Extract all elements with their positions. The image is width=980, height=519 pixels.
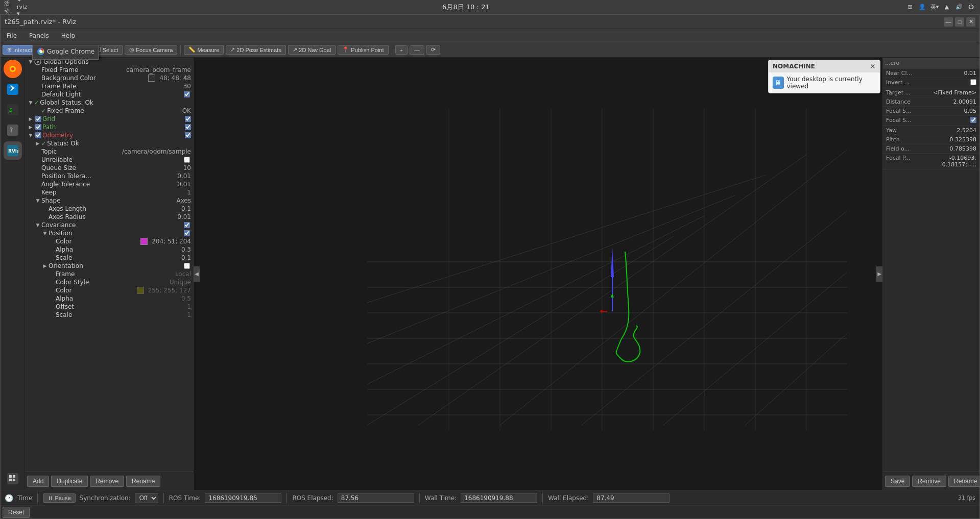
save-button[interactable]: Save [885, 476, 910, 487]
grid-check[interactable] [35, 116, 41, 122]
path-visible-check[interactable] [185, 124, 191, 130]
fps-display: 31 fps [958, 495, 975, 501]
main-content: $_ ? RViz ▼ Global [1, 58, 979, 490]
frame-rate-row[interactable]: ▶ Frame Rate 30 [25, 82, 193, 90]
grid-visible-check[interactable] [185, 116, 191, 122]
odo-axes-radius-label: Axes Radius [49, 213, 175, 220]
odo-queue-row[interactable]: ▶ Queue Size 10 [25, 164, 193, 172]
pose-estimate-tool[interactable]: ↗ 2D Pose Estimate [226, 45, 286, 55]
rp-pitch-val: 0.325398 [931, 136, 977, 143]
grid-row[interactable]: ▶ Grid [25, 115, 193, 123]
app-icon-vscode[interactable] [4, 80, 22, 98]
odo-pos-check[interactable] [184, 230, 190, 236]
odo-status-expand[interactable]: ▶ [34, 140, 41, 147]
odo-axes-radius-row[interactable]: ▶ Axes Radius 0.01 [25, 213, 193, 221]
toolbar-reset[interactable]: ⟳ [426, 45, 440, 55]
app-icon-rviz[interactable]: RViz [4, 141, 22, 160]
odo-pos-tol-row[interactable]: ▶ Position Tolera... 0.01 [25, 172, 193, 180]
app-icon-firefox[interactable] [4, 60, 22, 78]
path-check[interactable] [35, 124, 41, 130]
rviz-app-label[interactable]: ✦ rviz ▾ [17, 3, 27, 12]
fixed-frame-row[interactable]: ▶ Fixed Frame camera_odom_frame [25, 66, 193, 74]
reset-button[interactable]: Reset [3, 507, 30, 518]
odo-orient-row[interactable]: ▶ Orientation [25, 262, 193, 270]
duplicate-button[interactable]: Duplicate [51, 476, 88, 487]
viewport[interactable]: ◀ ▶ [194, 58, 882, 490]
sync-select[interactable]: Off [135, 493, 158, 503]
odo-axes-length-row[interactable]: ▶ Axes Length 0.1 [25, 205, 193, 213]
menu-help[interactable]: Help [57, 31, 79, 40]
rp-focal-s2-val [931, 117, 977, 125]
interact-tool[interactable]: ⊕ Interact [3, 45, 37, 55]
odo-orient-expand[interactable]: ▶ [41, 262, 49, 269]
measure-tool[interactable]: 📏 Measure [184, 45, 224, 55]
rp-rename-button[interactable]: Rename [948, 476, 979, 487]
odo-pos-scale-row[interactable]: ▶ Scale 0.1 [25, 254, 193, 262]
gs-fixed-frame-row[interactable]: ▶ ✓ Fixed Frame OK [25, 107, 193, 115]
sys-icon-network[interactable]: ▲ [942, 3, 951, 12]
odo-unreliable-check[interactable] [184, 157, 190, 163]
global-status-expand[interactable]: ▼ [27, 99, 34, 106]
odo-pos-scale-value: 0.1 [181, 254, 191, 261]
remove-button[interactable]: Remove [90, 476, 124, 487]
odo-pos-alpha-row[interactable]: ▶ Alpha 0.3 [25, 245, 193, 254]
path-label: Path [42, 123, 185, 131]
odo-shape-expand[interactable]: ▼ [34, 197, 41, 204]
sys-icon-grid[interactable]: ⊞ [905, 3, 915, 12]
menu-panels[interactable]: Panels [25, 31, 53, 40]
close-button[interactable]: ✕ [966, 17, 975, 27]
odo-orient-check[interactable] [184, 263, 190, 269]
focus-camera-tool[interactable]: ◎ Focus Camera [125, 45, 177, 55]
svg-line-25 [582, 211, 847, 425]
odo-keep-row[interactable]: ▶ Keep 1 [25, 188, 193, 196]
rp-invert-check[interactable] [970, 79, 976, 85]
sys-icon-volume[interactable]: 🔊 [954, 3, 964, 12]
odo-cov-check[interactable] [184, 222, 190, 228]
odometry-row[interactable]: ▼ Odometry [25, 131, 193, 139]
minimize-button[interactable]: — [944, 17, 953, 27]
odo-pos-color-row[interactable]: ▶ Color 204; 51; 204 [25, 237, 193, 245]
add-button[interactable]: Add [27, 476, 49, 487]
sys-icon-user[interactable]: 👤 [918, 3, 927, 12]
odo-unreliable-row[interactable]: ▶ Unreliable [25, 156, 193, 164]
odo-cov-row[interactable]: ▼ Covariance [25, 221, 193, 229]
odo-pos-scale-label: Scale [56, 254, 179, 261]
app-icon-terminal[interactable]: $_ [4, 101, 22, 119]
menu-file[interactable]: File [3, 31, 21, 40]
toolbar-minus[interactable]: — [410, 45, 424, 55]
global-status-row[interactable]: ▼ ✓ Global Status: Ok [25, 98, 193, 107]
app-icon-grid[interactable] [4, 469, 22, 488]
path-row[interactable]: ▶ Path [25, 123, 193, 131]
odo-shape-row[interactable]: ▼ Shape Axes [25, 196, 193, 205]
publish-point-tool[interactable]: 📍 Publish Point [338, 45, 388, 55]
nav-goal-tool[interactable]: ↗ 2D Nav Goal [288, 45, 336, 55]
rename-button[interactable]: Rename [126, 476, 160, 487]
activities-label[interactable]: 活动 [4, 3, 13, 12]
app-icon-unknown[interactable]: ? [4, 121, 22, 139]
odo-cov-expand[interactable]: ▼ [34, 221, 41, 229]
odo-status-row[interactable]: ▶ ✓ Status: Ok [25, 139, 193, 147]
maximize-button[interactable]: □ [955, 17, 964, 27]
default-light-row[interactable]: ▶ Default Light [25, 90, 193, 98]
sys-icon-lang[interactable]: 英▾ [930, 3, 939, 12]
odo-angle-tol-row[interactable]: ▶ Angle Tolerance 0.01 [25, 180, 193, 188]
grid-expand[interactable]: ▶ [27, 115, 34, 122]
odometry-check[interactable] [35, 132, 41, 138]
rp-remove-button[interactable]: Remove [912, 476, 946, 487]
sys-icon-power[interactable]: ⏻ [967, 3, 976, 12]
odo-pos-row[interactable]: ▼ Position [25, 229, 193, 237]
right-collapse-arrow[interactable]: ▶ [876, 266, 882, 282]
path-expand[interactable]: ▶ [27, 123, 34, 131]
default-light-check[interactable] [184, 91, 190, 97]
left-collapse-arrow[interactable]: ◀ [194, 266, 200, 282]
odo-topic-row[interactable]: ▶ Topic /camera/odom/sample [25, 147, 193, 156]
pause-button[interactable]: ⏸ Pause [43, 493, 75, 503]
odo-orient-offset-value: 1 [187, 303, 191, 310]
odo-pos-expand[interactable]: ▼ [41, 230, 49, 237]
toolbar-plus[interactable]: + [395, 45, 408, 55]
odometry-visible-check[interactable] [185, 132, 191, 138]
bg-color-row[interactable]: ▶ Background Color 48; 48; 48 [25, 74, 193, 82]
rp-focal-s2-check[interactable] [970, 117, 976, 123]
odometry-expand[interactable]: ▼ [27, 132, 34, 139]
nomachine-close[interactable]: ✕ [870, 62, 876, 70]
